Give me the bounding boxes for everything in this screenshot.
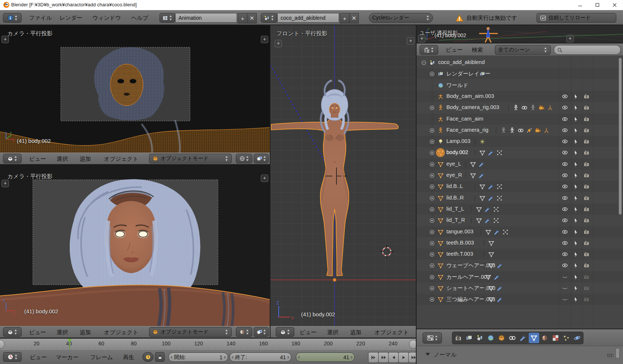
visibility-toggle[interactable] [562, 262, 568, 268]
expand-icon[interactable] [429, 195, 435, 201]
expand-icon[interactable] [429, 173, 435, 178]
properties-tab-render-layers[interactable] [464, 333, 474, 343]
renderability-toggle[interactable] [584, 172, 589, 178]
expand-icon[interactable] [429, 263, 435, 268]
visibility-toggle[interactable] [562, 206, 568, 212]
ruler-end-handle[interactable] [409, 340, 416, 349]
expand-icon[interactable] [429, 297, 435, 302]
visibility-toggle[interactable] [562, 240, 568, 246]
renderability-toggle[interactable] [584, 150, 589, 156]
expand-region-button[interactable]: + [566, 35, 574, 42]
selectability-toggle[interactable] [573, 105, 579, 111]
frame-end-field[interactable]: 終了: 41 [230, 352, 291, 362]
timeline-menu-1[interactable]: ビュー [30, 354, 47, 361]
renderability-toggle[interactable] [584, 217, 589, 223]
panel-drag-handle[interactable] [607, 353, 613, 357]
visibility-toggle[interactable] [562, 183, 568, 189]
properties-scrollbar[interactable] [616, 348, 620, 358]
expand-region-button[interactable]: + [261, 36, 268, 43]
visibility-toggle[interactable] [562, 127, 568, 133]
properties-tab-world[interactable] [486, 333, 496, 343]
area-border[interactable] [416, 25, 417, 364]
visibility-toggle[interactable] [562, 251, 568, 257]
properties-tab-physics[interactable] [572, 333, 582, 343]
menu-4[interactable]: ヘルプ [131, 15, 148, 22]
visibility-toggle[interactable] [562, 93, 568, 99]
area-border[interactable] [270, 25, 271, 338]
renderability-toggle[interactable] [584, 240, 589, 246]
mode-dropdown[interactable]: オブジェクトモード [149, 327, 232, 337]
renderability-toggle[interactable] [584, 127, 589, 133]
renderability-toggle[interactable] [584, 161, 589, 167]
outliner-row---------[interactable]: レンダーレイヤー [417, 68, 623, 79]
expand-icon[interactable] [429, 105, 435, 111]
play-button[interactable] [398, 352, 409, 363]
timeline-menu-2[interactable]: マーカー [56, 354, 79, 361]
outliner-row-teeth-T-003[interactable]: teeth.T.003 [417, 249, 623, 260]
delete-layout-button[interactable]: ✕ [247, 13, 257, 23]
outliner-row-lid_T_L[interactable]: lid_T_L [417, 204, 623, 215]
selectability-toggle[interactable] [573, 274, 579, 280]
view3d-menu-2[interactable]: 選択 [57, 155, 68, 162]
reload-trusted-button[interactable]: 信頼してリロード [537, 13, 616, 23]
visibility-toggle[interactable] [562, 116, 568, 122]
prev-keyframe-button[interactable] [378, 352, 389, 363]
selectability-toggle[interactable] [573, 127, 579, 133]
lock-button[interactable] [155, 352, 165, 362]
area-border[interactable] [417, 329, 623, 329]
expand-icon[interactable] [429, 285, 435, 291]
expand-icon[interactable] [429, 240, 435, 246]
maximize-button[interactable] [589, 0, 606, 10]
outliner-row--------003[interactable]: カールヘアー.003 [417, 271, 623, 282]
renderability-toggle[interactable] [584, 105, 589, 111]
expand-icon[interactable] [429, 229, 435, 235]
viewport-camera-face[interactable]: zy カメラ・平行投影 (41) body.002 + + [0, 165, 270, 326]
expand-region-button[interactable]: + [407, 37, 414, 45]
minimize-button[interactable] [572, 0, 589, 10]
screen-layout-button[interactable] [159, 13, 175, 23]
editor-type-properties-button[interactable] [423, 332, 442, 344]
outliner-row-Body_camera_rig-003[interactable]: Body_camera_rig.003 [417, 102, 623, 113]
visibility-toggle[interactable] [562, 138, 568, 144]
visibility-off-toggle[interactable] [562, 296, 568, 302]
scene-browse-button[interactable] [261, 13, 277, 23]
selectability-toggle[interactable] [573, 296, 579, 302]
selectability-toggle[interactable] [573, 251, 579, 257]
selectability-toggle[interactable] [573, 116, 579, 122]
properties-tab-texture[interactable] [550, 333, 561, 343]
renderability-toggle[interactable] [584, 274, 589, 280]
outliner-row-Body_cam_aim-003[interactable]: Body_cam_aim.003 [417, 91, 623, 102]
selectability-toggle[interactable] [573, 217, 579, 223]
outliner-row-body-002[interactable]: body.002 [417, 147, 623, 158]
menu-3[interactable]: ウィンドウ [92, 15, 121, 22]
viewport-mini-user[interactable]: y ユーザ 透視投影 (41) body.002 + + [417, 25, 623, 43]
view3d-menu-4[interactable]: オブジェクト [374, 329, 409, 336]
outliner-menu-1[interactable]: ビュー [446, 47, 463, 54]
timeline-menu-3[interactable]: フレーム [90, 354, 113, 361]
view3d-menu-1[interactable]: ビュー [29, 155, 46, 162]
expand-icon[interactable] [429, 252, 435, 257]
outliner-row---------003[interactable]: 三つ編みヘアー.003 [417, 294, 623, 305]
visibility-toggle[interactable] [562, 150, 568, 156]
outliner-menu-2[interactable]: 検索 [472, 47, 483, 54]
autokey-clock-button[interactable] [142, 352, 154, 362]
outliner-row-tangue-003[interactable]: tangue.003 [417, 226, 623, 237]
delete-scene-button[interactable]: ✕ [349, 13, 359, 23]
menu-1[interactable]: ファイル [29, 15, 52, 22]
view3d-menu-1[interactable]: ビュー [29, 329, 46, 336]
expand-icon[interactable] [429, 207, 435, 212]
timeline-ruler[interactable]: 20406080100120140160180200220240 [0, 338, 416, 350]
view3d-menu-2[interactable]: 選択 [57, 329, 68, 336]
outliner-row-eye_L[interactable]: eye_L [417, 159, 623, 170]
panel-collapse-arrow[interactable] [426, 353, 430, 356]
expand-region-button[interactable]: + [261, 175, 268, 182]
expand-icon[interactable] [429, 71, 435, 77]
frame-start-field[interactable]: 開始: 1 [168, 352, 228, 362]
properties-tab-constraints[interactable] [507, 333, 518, 343]
expand-icon[interactable] [429, 274, 435, 280]
editor-type-3dview-button[interactable] [276, 327, 294, 337]
expand-icon[interactable] [429, 128, 435, 133]
visibility-off-toggle[interactable] [562, 274, 568, 280]
renderability-toggle[interactable] [584, 116, 589, 122]
visibility-toggle[interactable] [562, 195, 568, 201]
